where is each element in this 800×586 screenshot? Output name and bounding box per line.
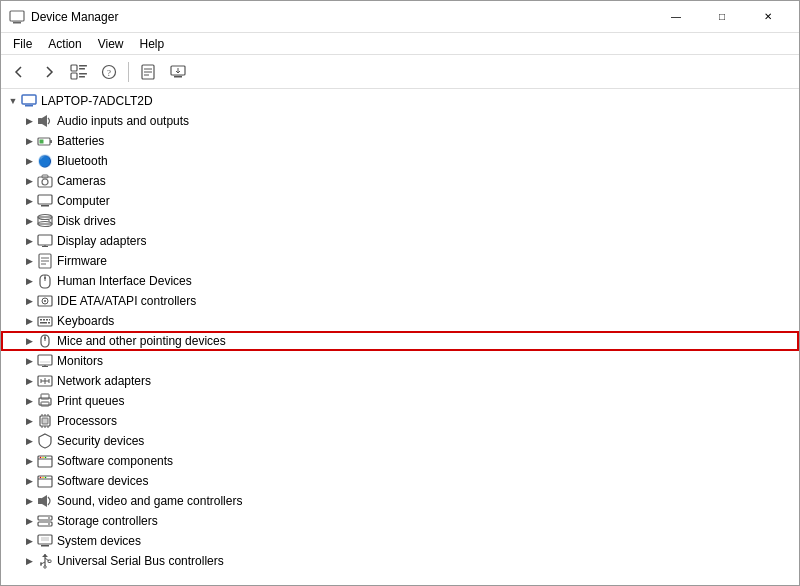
- sw-components-expander[interactable]: ▶: [21, 451, 37, 471]
- menu-action[interactable]: Action: [40, 35, 89, 53]
- svg-text:🔵: 🔵: [38, 154, 52, 168]
- storage-expander[interactable]: ▶: [21, 511, 37, 531]
- tree-hid[interactable]: ▶ Human Interface Devices: [1, 271, 799, 291]
- tree-cameras[interactable]: ▶ Cameras: [1, 171, 799, 191]
- back-button[interactable]: [5, 58, 33, 86]
- root-label: LAPTOP-7ADCLT2D: [41, 94, 153, 108]
- ide-label: IDE ATA/ATAPI controllers: [57, 294, 196, 308]
- print-expander[interactable]: ▶: [21, 391, 37, 411]
- svg-rect-1: [13, 22, 21, 24]
- tree-root[interactable]: ▼ LAPTOP-7ADCLT2D: [1, 91, 799, 111]
- disk-expander[interactable]: ▶: [21, 211, 37, 231]
- svg-rect-25: [40, 140, 44, 144]
- svg-point-89: [40, 477, 42, 479]
- tree-audio[interactable]: ▶ Audio inputs and outputs: [1, 111, 799, 131]
- close-button[interactable]: ✕: [745, 1, 791, 33]
- tree-system[interactable]: ▶ System devices: [1, 531, 799, 551]
- tree-bluetooth[interactable]: ▶ 🔵 Bluetooth: [1, 151, 799, 171]
- svg-rect-31: [38, 195, 52, 204]
- svg-rect-38: [42, 246, 48, 247]
- computer-expander[interactable]: ▶: [21, 191, 37, 211]
- mice-icon: [37, 333, 53, 349]
- tree-processors[interactable]: ▶ Processors: [1, 411, 799, 431]
- minimize-button[interactable]: —: [653, 1, 699, 33]
- menu-view[interactable]: View: [90, 35, 132, 53]
- window-icon: [9, 9, 25, 25]
- svg-rect-92: [38, 498, 42, 504]
- monitors-expander[interactable]: ▶: [21, 351, 37, 371]
- svg-rect-62: [42, 366, 48, 367]
- tree-ide[interactable]: ▶ IDE ATA/ATAPI controllers: [1, 291, 799, 311]
- batteries-icon: [37, 133, 53, 149]
- help-button[interactable]: ?: [95, 58, 123, 86]
- display-expander[interactable]: ▶: [21, 231, 37, 251]
- svg-rect-21: [38, 118, 42, 124]
- toolbar: ?: [1, 55, 799, 89]
- root-expander[interactable]: ▼: [5, 91, 21, 111]
- audio-expander[interactable]: ▶: [21, 111, 37, 131]
- tree-display[interactable]: ▶ Display adapters: [1, 231, 799, 251]
- keyboards-expander[interactable]: ▶: [21, 311, 37, 331]
- hid-expander[interactable]: ▶: [21, 271, 37, 291]
- properties-button[interactable]: [134, 58, 162, 86]
- device-manager-window: Device Manager — □ ✕ File Action View He…: [0, 0, 800, 586]
- menu-bar: File Action View Help: [1, 33, 799, 55]
- svg-rect-54: [49, 319, 50, 321]
- svg-rect-99: [41, 545, 49, 547]
- security-expander[interactable]: ▶: [21, 431, 37, 451]
- update-driver-button[interactable]: [164, 58, 192, 86]
- menu-file[interactable]: File: [5, 35, 40, 53]
- show-hidden-button[interactable]: [65, 58, 93, 86]
- tree-usb[interactable]: ▶ Universal Serial Bus controllers: [1, 551, 799, 571]
- audio-icon: [37, 113, 53, 129]
- batteries-expander[interactable]: ▶: [21, 131, 37, 151]
- tree-sw-components[interactable]: ▶ Software components: [1, 451, 799, 471]
- window-title: Device Manager: [31, 10, 653, 24]
- tree-batteries[interactable]: ▶ Batteries: [1, 131, 799, 151]
- cameras-expander[interactable]: ▶: [21, 171, 37, 191]
- bluetooth-label: Bluetooth: [57, 154, 108, 168]
- svg-rect-61: [38, 355, 52, 365]
- svg-rect-50: [38, 317, 52, 326]
- svg-rect-104: [48, 560, 51, 563]
- svg-rect-17: [173, 75, 183, 76]
- svg-rect-53: [46, 319, 48, 321]
- bluetooth-expander[interactable]: ▶: [21, 151, 37, 171]
- sound-expander[interactable]: ▶: [21, 491, 37, 511]
- ide-expander[interactable]: ▶: [21, 291, 37, 311]
- svg-rect-7: [79, 73, 87, 75]
- tree-disk[interactable]: ▶ Disk drives: [1, 211, 799, 231]
- mice-expander[interactable]: ▶: [21, 331, 37, 351]
- svg-point-36: [48, 220, 50, 222]
- svg-rect-4: [71, 73, 77, 79]
- usb-expander[interactable]: ▶: [21, 551, 37, 571]
- svg-rect-34: [38, 217, 52, 224]
- hid-icon: [37, 273, 53, 289]
- svg-rect-37: [38, 235, 52, 245]
- firmware-expander[interactable]: ▶: [21, 251, 37, 271]
- maximize-button[interactable]: □: [699, 1, 745, 33]
- tree-sw-devices[interactable]: ▶ Software devices: [1, 471, 799, 491]
- system-expander[interactable]: ▶: [21, 531, 37, 551]
- device-tree[interactable]: ▼ LAPTOP-7ADCLT2D ▶ Audio inputs and: [1, 89, 799, 585]
- tree-sound[interactable]: ▶ Sound, video and game controllers: [1, 491, 799, 511]
- tree-computer[interactable]: ▶ Computer: [1, 191, 799, 211]
- menu-help[interactable]: Help: [132, 35, 173, 53]
- tree-network[interactable]: ▶ Network adapters: [1, 371, 799, 391]
- title-bar: Device Manager — □ ✕: [1, 1, 799, 33]
- tree-firmware[interactable]: ▶ Firmware: [1, 251, 799, 271]
- bluetooth-icon: 🔵: [37, 153, 53, 169]
- tree-keyboards[interactable]: ▶ Keyboards: [1, 311, 799, 331]
- tree-monitors[interactable]: ▶ Monitors: [1, 351, 799, 371]
- processors-expander[interactable]: ▶: [21, 411, 37, 431]
- svg-marker-93: [42, 495, 47, 507]
- tree-print[interactable]: ▶ Print queues: [1, 391, 799, 411]
- toolbar-sep-1: [128, 62, 129, 82]
- tree-storage[interactable]: ▶ Storage controllers: [1, 511, 799, 531]
- network-expander[interactable]: ▶: [21, 371, 37, 391]
- tree-mice[interactable]: ▶ Mice and other pointing devices: [1, 331, 799, 351]
- svg-point-90: [42, 477, 44, 479]
- forward-button[interactable]: [35, 58, 63, 86]
- sw-devices-expander[interactable]: ▶: [21, 471, 37, 491]
- tree-security[interactable]: ▶ Security devices: [1, 431, 799, 451]
